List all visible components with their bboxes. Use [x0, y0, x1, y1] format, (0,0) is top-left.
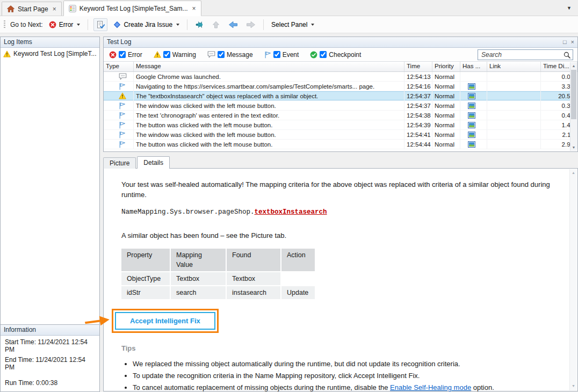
scroll-down-icon[interactable]: ▼ — [570, 382, 577, 389]
toolbar-separator — [187, 19, 187, 30]
go-to-next-error-dropdown[interactable]: Error — [47, 19, 83, 30]
name-mapping-path: NameMapping.Sys.browser.pageShop.textbox… — [121, 207, 554, 217]
tip-item: We replaced the missing object automatic… — [133, 359, 554, 369]
select-panel-dropdown[interactable]: Select Panel — [269, 19, 316, 30]
home-icon — [7, 5, 15, 12]
column-header[interactable]: Link — [487, 62, 541, 71]
filter-bar: Error Warning Message Event Checkpoint — [104, 48, 577, 62]
chevron-down-icon — [311, 24, 314, 26]
event-icon — [119, 141, 126, 148]
create-jira-issue-button[interactable]: Create Jira Issue — [111, 19, 182, 30]
table-row-selected[interactable]: The "textboxInstasearch" object was repl… — [104, 91, 577, 101]
close-icon[interactable]: × — [192, 5, 196, 12]
maximize-panel-icon[interactable]: □ — [563, 37, 567, 47]
run-time: Run Time: 0:00:38 — [1, 376, 99, 391]
picture-icon — [468, 93, 475, 99]
picture-icon — [468, 103, 475, 109]
orange-highlight-box: Accept Intelligent Fix — [112, 309, 219, 333]
tab-label: Start Page — [18, 5, 48, 13]
toolbar-grip[interactable] — [4, 20, 5, 29]
tips-list: We replaced the missing object automatic… — [121, 359, 554, 392]
message-icon — [119, 73, 127, 80]
sidebar-item-keyword-test-log[interactable]: Keyword Test Log [SimpleT... — [1, 48, 99, 60]
error-filter-checkbox[interactable] — [119, 51, 126, 58]
message-icon — [207, 51, 215, 58]
warning-filter-checkbox[interactable] — [163, 51, 170, 58]
table-row[interactable]: Navigating to the https://services.smart… — [104, 82, 577, 91]
mapping-criteria-table: Property Mapping Value Found Action Obje… — [121, 249, 315, 300]
table-row[interactable]: The window was clicked with the left mou… — [104, 101, 577, 111]
tips-heading: Tips — [121, 344, 554, 354]
up-arrow-icon — [212, 20, 220, 29]
chevron-down-icon — [77, 24, 80, 26]
log-table-header: Type Message Time Priority Has ... Link … — [104, 62, 577, 72]
picture-icon — [468, 112, 475, 119]
details-scrollbar[interactable]: ▲ ▼ — [569, 169, 577, 390]
go-forward-button[interactable] — [244, 19, 258, 31]
end-time: End Time: 11/24/2021 12:54 PM — [1, 353, 99, 371]
table-row[interactable]: The window was clicked with the left mou… — [104, 130, 577, 140]
scrollbar-thumb[interactable] — [571, 70, 576, 119]
picture-icon — [468, 141, 475, 148]
right-arrow-icon — [246, 20, 256, 29]
test-log-panel: Test Log □ × Error Warning Message — [103, 37, 578, 152]
chevron-down-icon — [176, 24, 179, 26]
tab-picture[interactable]: Picture — [103, 157, 136, 169]
start-time: Start Time: 11/24/2021 12:54 PM — [1, 336, 99, 353]
close-icon[interactable]: × — [53, 5, 56, 13]
table-cell: Update — [281, 286, 315, 299]
event-icon — [119, 112, 126, 119]
table-row[interactable]: Google Chrome was launched. 12:54:13 Nor… — [104, 72, 577, 82]
message-filter-checkbox[interactable] — [218, 51, 225, 58]
column-header[interactable]: Type — [104, 62, 134, 71]
column-header[interactable]: Time — [404, 62, 432, 71]
table-cell: Textbox — [171, 272, 226, 285]
scroll-up-icon[interactable]: ▲ — [570, 62, 577, 69]
post-issue-button[interactable] — [193, 19, 206, 30]
checkpoint-filter: Checkpoint — [310, 51, 361, 59]
table-cell: Textbox — [227, 272, 280, 285]
close-panel-icon[interactable]: × — [571, 37, 574, 47]
select-test-item-button[interactable] — [93, 18, 107, 31]
left-arrow-icon — [228, 20, 238, 29]
event-filter-checkbox[interactable] — [273, 51, 280, 58]
column-header: Found — [227, 249, 280, 271]
column-header: Action — [281, 249, 315, 271]
details-body: Your test was self-healed automatically!… — [104, 169, 569, 390]
jira-icon — [113, 21, 121, 28]
mapped-object-link[interactable]: textboxInstasearch — [255, 208, 327, 216]
information-section: Information Start Time: 11/24/2021 12:54… — [1, 324, 99, 391]
tab-start-page[interactable]: Start Page × — [2, 2, 62, 16]
test-log-icon — [69, 5, 76, 12]
scroll-up-icon[interactable]: ▲ — [570, 169, 577, 176]
column-header[interactable]: Priority — [432, 62, 460, 71]
toolbar-separator — [88, 19, 88, 30]
table-row[interactable]: The text 'chronograph' was entered in th… — [104, 111, 577, 120]
column-header[interactable]: Has ... — [460, 62, 487, 71]
warning-icon — [119, 92, 126, 99]
log-items-header: Log Items — [1, 37, 99, 48]
column-header[interactable]: Message — [134, 62, 404, 71]
tab-keyword-test-log[interactable]: Keyword Test Log [SimpleTest_Sam... × — [63, 1, 201, 16]
test-log-scrollbar[interactable]: ▲ ▼ — [570, 62, 577, 151]
go-back-button[interactable] — [226, 19, 240, 31]
enable-self-healing-link[interactable]: Enable Self-Healing mode — [390, 383, 471, 391]
checkpoint-filter-checkbox[interactable] — [320, 51, 327, 58]
go-up-button[interactable] — [209, 19, 222, 31]
warning-icon — [3, 50, 11, 57]
accept-intelligent-fix-button[interactable]: Accept Intelligent Fix — [115, 312, 215, 330]
application-window: Start Page × Keyword Test Log [SimpleTes… — [0, 0, 578, 392]
tab-details[interactable]: Details — [137, 156, 170, 169]
tab-list-chevron-icon[interactable]: ▼ — [567, 5, 572, 11]
table-cell: ObjectType — [121, 272, 170, 285]
scroll-down-icon[interactable]: ▼ — [570, 144, 577, 151]
error-icon — [49, 21, 56, 28]
self-healed-message: Your test was self-healed automatically!… — [121, 180, 554, 200]
accept-fix-highlight: Accept Intelligent Fix — [112, 309, 219, 333]
table-row[interactable]: The button was clicked with the left mou… — [104, 140, 577, 149]
bug-icon — [195, 21, 204, 28]
log-table-body: Google Chrome was launched. 12:54:13 Nor… — [104, 72, 577, 151]
doc-check-icon — [96, 20, 105, 29]
search-input[interactable] — [478, 49, 573, 60]
table-row[interactable]: The button was clicked with the left mou… — [104, 120, 577, 130]
